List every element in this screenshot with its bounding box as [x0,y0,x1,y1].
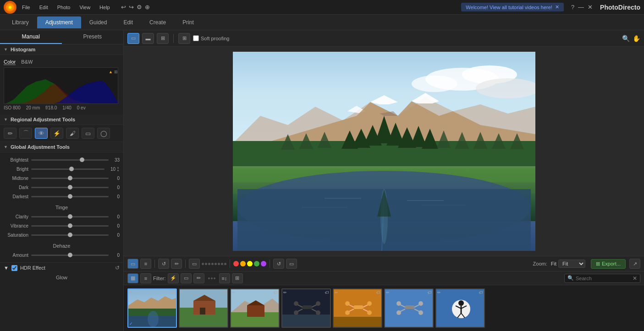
fs-view-strip-btn[interactable]: ≡ [140,259,151,269]
hdr-checkbox[interactable] [11,265,17,271]
tag-btn[interactable]: ⊞ [232,273,243,283]
zoom-select[interactable]: Fit 25% 50% 75% 100% 150% 200% [558,260,585,268]
hdr-reset-icon[interactable]: ↺ [115,265,120,271]
redo-icon[interactable]: ↪ [129,4,134,11]
histogram-title: Histogram [11,47,35,52]
thumb-6-edit-icon: ✏ [386,290,390,295]
welcome-close-button[interactable]: ✕ [555,4,559,10]
view-grid-btn[interactable]: ▬ [142,33,154,44]
slider-dark-track [31,184,109,190]
fs-color-red[interactable] [233,261,239,266]
global-section-header[interactable]: ▼ Global Adjustment Tools [0,142,123,152]
tab-manual[interactable]: Manual [0,30,62,44]
help-icon[interactable]: ? [571,4,574,11]
filter-all-btn[interactable]: ⚡ [168,273,179,283]
fs-crop-btn[interactable]: ✏ [171,259,182,269]
filmstrip: ✏ 🏷 ✓ ✏ 🏷 [124,285,644,331]
filter-rect-btn[interactable]: ▭ [181,273,192,283]
fs-extend-btn[interactable]: ▭ [286,259,297,269]
slider-clarity[interactable] [31,216,109,217]
thumb-5-tag-icon: 🏷 [376,290,380,295]
fs-color-yellow[interactable] [247,261,253,266]
histogram-section-header[interactable]: ▼ Histogram [0,44,123,55]
svg-text:▲: ▲ [109,70,113,74]
slider-saturation[interactable] [31,234,109,236]
rtool-eye[interactable]: 👁 [35,128,48,139]
close-icon[interactable]: ✕ [588,4,593,11]
rtool-curve[interactable]: ⌒ [19,128,32,139]
slider-bright-up[interactable]: ▲ [116,166,120,169]
slider-vibrance-row: Vibrance 0 [4,221,120,230]
export-button[interactable]: ⊞ Export... [591,259,626,269]
minimize-icon[interactable]: — [578,4,584,11]
thumb-1[interactable]: ✏ 🏷 ✓ [127,288,177,328]
thumb-2-img [180,289,228,328]
global-title: Global Adjustment Tools [11,144,70,150]
rtool-circle[interactable]: ◯ [97,128,110,139]
fs-color-purple[interactable] [261,261,266,266]
welcome-text: Welcome! View all tutorial videos here! [466,5,552,10]
settings-icon[interactable]: ⚙ [137,4,142,11]
search-input[interactable] [576,276,631,281]
tab-print[interactable]: Print [174,16,202,28]
tab-adjustment[interactable]: Adjustment [37,16,81,28]
slider-brightest[interactable] [31,159,109,161]
slider-vibrance[interactable] [31,225,109,227]
menu-help[interactable]: Help [98,4,112,11]
add-icon[interactable]: ⊕ [145,4,150,11]
soft-proofing-toggle: Soft proofing [193,35,229,41]
thumb-3[interactable]: ✏ 🏷 [230,288,280,328]
slider-darkest[interactable] [31,196,109,197]
fs-color-green[interactable] [254,261,259,266]
left-panel: Manual Presets ▼ Histogram Color B&W [0,30,124,331]
view-single-btn[interactable]: ▭ [127,33,139,44]
zoom-icon[interactable]: 🔍 [622,35,630,42]
thumb-7[interactable]: ✏ 🏷 [435,288,485,328]
regional-section-header[interactable]: ▼ Regional Adjustment Tools [0,114,123,125]
tab-guided[interactable]: Guided [81,16,116,28]
slider-amount[interactable] [31,255,109,256]
rtool-brush[interactable]: 🖌 [66,128,79,139]
hist-color-tab[interactable]: Color [4,59,16,65]
menu-edit[interactable]: Edit [38,4,50,11]
slider-midtone[interactable] [31,178,109,179]
hist-bw-tab[interactable]: B&W [21,59,33,65]
thumb-4[interactable]: ✏ 🏷 [281,288,331,328]
tab-create[interactable]: Create [141,16,174,28]
menu-file[interactable]: File [20,4,32,11]
rtool-gradient[interactable]: ⚡ [50,128,63,139]
menu-photo[interactable]: Photo [55,4,72,11]
svg-text:⊞: ⊞ [114,70,118,74]
undo-icon[interactable]: ↩ [121,4,126,11]
slider-bright-down[interactable]: ▼ [116,169,120,172]
tab-library[interactable]: Library [4,16,37,28]
fs-overlay-btn[interactable]: ▭ [189,259,200,269]
hand-icon[interactable]: ✋ [633,35,640,42]
slider-dark[interactable] [31,187,109,188]
slider-bright[interactable] [31,168,105,170]
menu-view[interactable]: View [77,4,92,11]
sort-btn[interactable]: ≡↕ [219,273,230,283]
tab-presets[interactable]: Presets [62,30,124,44]
soft-proofing-checkbox[interactable] [193,35,199,41]
thumb-5[interactable]: ✏ 🏷 [333,288,382,328]
fs-action-btn[interactable]: ↺ [158,259,169,269]
filter-list-btn[interactable]: ≡ [140,273,151,283]
rtool-pen[interactable]: ✏ [4,128,17,139]
fs-rotate-btn[interactable]: ↺ [273,259,284,269]
fs-external-btn[interactable]: ↗ [629,259,640,269]
fs-view-single-btn[interactable]: ▭ [127,259,138,269]
rtool-rect[interactable]: ▭ [82,128,94,139]
filter-edit-btn[interactable]: ✏ [193,273,204,283]
view-rotate-btn[interactable]: ⊞ [178,33,190,44]
view-compare-btn[interactable]: ⊞ [157,33,169,44]
thumb-2[interactable]: ✏ 🏷 [179,288,228,328]
filter-grid-btn[interactable]: ▦ [127,273,138,283]
exif-ev: 0 ev [77,105,86,110]
thumb-6[interactable]: ✏ 🏷 [384,288,434,328]
tab-edit[interactable]: Edit [115,16,141,28]
search-clear-button[interactable]: ✕ [633,275,637,282]
fs-color-orange[interactable] [240,261,246,266]
slider-saturation-track [31,232,109,238]
hdr-collapse-arrow[interactable]: ▼ [4,265,9,271]
